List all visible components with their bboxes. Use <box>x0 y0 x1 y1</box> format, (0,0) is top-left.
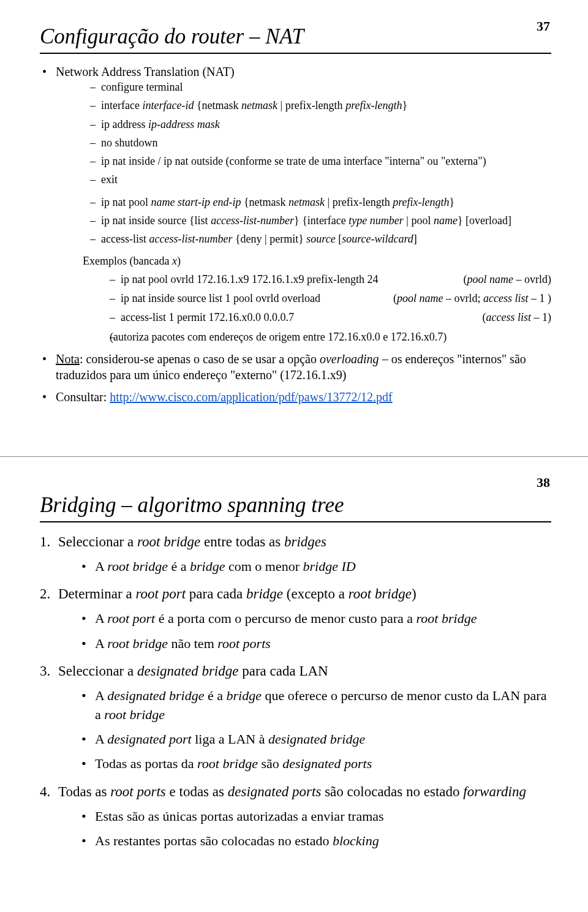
example-row: access-list 1 permit 172.16.x0.0 0.0.0.7… <box>110 310 551 325</box>
bullet-nota: Nota: considerou-se apenas o caso de se … <box>40 351 551 383</box>
step-3-sub: Todas as portas da root bridge são desig… <box>81 755 551 773</box>
examples-heading: Exemplos (bancada x) <box>56 254 551 268</box>
slide-title: Configuração do router – NAT <box>40 24 551 49</box>
config-line: ip nat inside / ip nat outside (conforme… <box>90 154 551 168</box>
config-line: interface interface-id {netmask netmask … <box>90 98 551 113</box>
slide-37: 37 Configuração do router – NAT Network … <box>0 0 588 456</box>
title-underline <box>40 53 551 54</box>
config-line: ip address ip-address mask <box>90 117 551 132</box>
page-number: 37 <box>537 18 550 34</box>
config-block-1: configure terminal interface interface-i… <box>56 80 551 187</box>
config-line: access-list access-list-number {deny | p… <box>90 232 551 246</box>
config-block-2: ip nat pool name start-ip end-ip {netmas… <box>56 195 551 247</box>
config-line: ip nat pool name start-ip end-ip {netmas… <box>90 195 551 209</box>
consultar-link[interactable]: http://www.cisco.com/application/pdf/paw… <box>110 390 392 404</box>
example-row-note: (autoriza pacotes com endereços de orige… <box>110 330 551 345</box>
bullet-consultar: Consultar: http://www.cisco.com/applicat… <box>40 389 551 405</box>
page-number: 38 <box>537 475 550 491</box>
step-3-sub: A designated bridge é a bridge que ofere… <box>81 687 551 724</box>
title-underline <box>40 521 551 522</box>
step-1: 1. Seleccionar a root bridge entre todas… <box>40 532 551 576</box>
examples-block: ip nat pool ovrld 172.16.1.x9 172.16.1.x… <box>56 272 551 345</box>
slide-title: Bridging – algoritmo spanning tree <box>40 493 551 518</box>
example-row: ip nat pool ovrld 172.16.1.x9 172.16.1.x… <box>110 272 551 287</box>
step-2: 2. Determinar a root port para cada brid… <box>40 584 551 653</box>
slide-38: 38 Bridging – algoritmo spanning tree 1.… <box>0 456 588 912</box>
config-line: ip nat inside source {list access-list-n… <box>90 213 551 228</box>
step-4-sub: As restantes portas são colocadas no est… <box>81 832 551 850</box>
step-4-sub: Estas são as únicas portas autorizadas a… <box>81 807 551 826</box>
step-1-sub: A root bridge é a bridge com o menor bri… <box>81 557 551 576</box>
example-row: ip nat inside source list 1 pool ovrld o… <box>110 291 551 306</box>
text: Network Address Translation (NAT) <box>56 65 235 78</box>
step-3: 3. Seleccionar a designated bridge para … <box>40 661 551 773</box>
config-line: no shutdown <box>90 135 551 150</box>
config-line: configure terminal <box>90 80 551 94</box>
config-line: exit <box>90 172 551 187</box>
step-2-sub: A root bridge não tem root ports <box>81 635 551 653</box>
step-4: 4. Todas as root ports e todas as design… <box>40 782 551 851</box>
step-3-sub: A designated port liga a LAN à designate… <box>81 730 551 748</box>
bullet-nat: Network Address Translation (NAT) config… <box>40 64 551 345</box>
step-2-sub: A root port é a porta com o percurso de … <box>81 609 551 628</box>
